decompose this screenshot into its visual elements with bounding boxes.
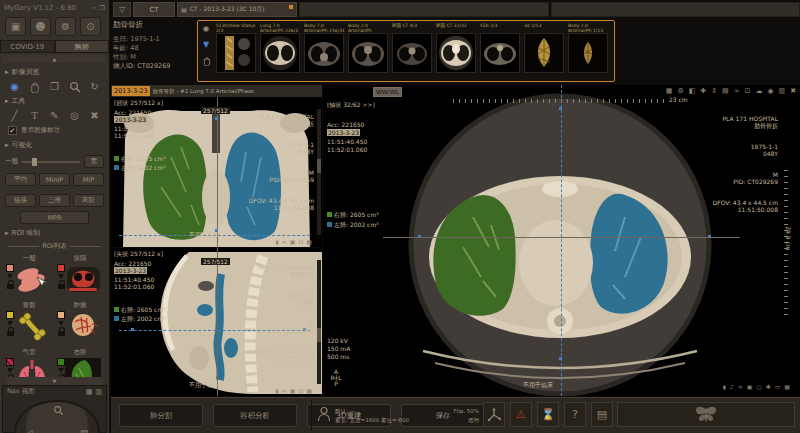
image-icon[interactable]: ▭: [775, 383, 781, 390]
grid-icon[interactable]: ▦: [306, 238, 312, 245]
section-tools[interactable]: ▸ 工具: [0, 94, 109, 108]
camera-icon[interactable]: ◉: [203, 24, 210, 33]
section-browse[interactable]: ▸ 影像浏览: [0, 65, 109, 79]
link-icon[interactable]: ∞: [282, 238, 287, 245]
pan-hand-icon[interactable]: [28, 80, 41, 93]
audio-icon[interactable]: ♪: [730, 383, 734, 390]
target-icon[interactable]: ⊡: [298, 387, 303, 394]
split-view-icon[interactable]: ◧: [689, 87, 696, 95]
circle-icon[interactable]: ○: [756, 383, 761, 390]
navigation-wheel[interactable]: ◁ ❐ ▤: [14, 400, 100, 433]
save-button[interactable]: ▣: [5, 17, 26, 36]
series-thumbnail[interactable]: S130/View Status 2/3: [216, 23, 258, 73]
warning-button[interactable]: ⚠: [510, 402, 532, 427]
circle-measure-icon[interactable]: ◎: [68, 109, 81, 122]
pen-icon[interactable]: ✎: [48, 109, 61, 122]
series-thumbnail[interactable]: Body 2.0 Arterial/Ph 218/430: [348, 23, 390, 73]
modality-tab[interactable]: CT: [133, 2, 175, 17]
preset-average-button[interactable]: 平均: [5, 173, 36, 186]
roi-color-swatch[interactable]: [57, 311, 65, 319]
volume-analysis-button[interactable]: 容积分析: [213, 404, 297, 427]
series-thumbnail[interactable]: Lung 7.0 Arterial/Ph 226/3: [260, 23, 302, 73]
window-width-slider[interactable]: [22, 161, 80, 163]
roi-item-bone[interactable]: 骨骼: [6, 301, 52, 345]
text-tool-icon[interactable]: T: [28, 109, 41, 122]
roi-item-tumor[interactable]: 肿瘤: [57, 301, 103, 345]
axial-crosshair-vertical[interactable]: [561, 85, 562, 396]
crosshair-icon[interactable]: ✚: [766, 383, 771, 390]
collapse-down-bar[interactable]: ▼: [6, 377, 103, 385]
coronal-slice-scrollbar[interactable]: [317, 109, 321, 235]
axial-viewport[interactable]: WW/WL ▦ ⚙ ◧ ✚ ⇕ ▤ ∞ ⊡ ☁ ◉ ▥ ✖ 23 cm 29.9…: [323, 85, 800, 396]
save-icon[interactable]: ▣: [747, 383, 753, 390]
coronal-viewport[interactable]: [冠状 257/512 x] Acc: 221650 2013-3-23 11:…: [111, 97, 322, 247]
contrast-icon[interactable]: ◖: [723, 383, 726, 390]
sagittal-slice-scrollbar[interactable]: [317, 260, 321, 384]
empty-tab-2[interactable]: [551, 2, 800, 17]
series-thumbnail[interactable]: S5b 2/3: [480, 23, 522, 73]
grid-icon[interactable]: ▦: [306, 387, 312, 394]
hourglass-button[interactable]: ⌛: [537, 402, 559, 427]
link-icon[interactable]: ∞: [738, 383, 743, 390]
help-button[interactable]: ?: [564, 402, 586, 427]
roi-item-general[interactable]: 一般: [6, 254, 52, 298]
table-icon[interactable]: ▥: [779, 87, 786, 95]
wheel-speaker-icon[interactable]: ◁: [26, 428, 33, 433]
delete-tool-icon[interactable]: ✖: [88, 109, 101, 122]
navigate-icon[interactable]: ◉: [8, 80, 21, 93]
contrast-icon[interactable]: ◖: [275, 238, 278, 245]
empty-tab-1[interactable]: [299, 2, 549, 17]
lock-icon[interactable]: [7, 284, 14, 289]
settings-button[interactable]: ⚙: [55, 17, 76, 36]
lock-icon[interactable]: [58, 284, 65, 289]
roi-item-mediastinum[interactable]: 纵隔: [57, 254, 103, 298]
contrast-icon[interactable]: ◖: [275, 387, 278, 394]
user-button[interactable]: ☻: [30, 17, 51, 36]
wheel-book-icon[interactable]: ▤: [80, 428, 89, 433]
series-header-bar[interactable]: 2013-3-23 肋骨骨折 - #2 Lung 7.0 Arterial/Ph…: [111, 85, 322, 97]
move-vertical-icon[interactable]: ⇕: [711, 87, 717, 95]
roi-color-swatch[interactable]: [57, 358, 65, 366]
series-thumbnail[interactable]: 3d 1/13: [524, 23, 566, 73]
screenshot-button[interactable]: ▤: [591, 402, 613, 427]
rotate-icon[interactable]: ↻: [88, 80, 101, 93]
preset-minip-button[interactable]: MinIP: [39, 173, 70, 186]
zoom-icon[interactable]: [68, 80, 81, 93]
link-icon[interactable]: ∞: [282, 387, 287, 394]
sagittal-crosshair-vertical[interactable]: [217, 248, 218, 396]
target-icon[interactable]: ⊡: [298, 238, 303, 245]
filter-button[interactable]: ▽: [113, 2, 131, 17]
save-icon[interactable]: ▣: [290, 387, 296, 394]
preset-link-button[interactable]: 链接: [5, 194, 36, 207]
roi-dropdown-icon[interactable]: [58, 321, 64, 326]
roi-color-swatch[interactable]: [6, 264, 14, 272]
mpr-button[interactable]: MPR: [20, 211, 89, 224]
wwwl-badge[interactable]: WW/WL: [373, 87, 402, 97]
filter-blue-icon[interactable]: ▼: [203, 40, 209, 49]
lock-icon[interactable]: [7, 331, 14, 336]
roi-dropdown-icon[interactable]: [7, 321, 13, 326]
roi-dropdown-icon[interactable]: [58, 274, 64, 279]
roi-color-swatch[interactable]: [6, 311, 14, 319]
power-button[interactable]: ⊙: [80, 17, 101, 36]
annotation-checkbox[interactable]: ✔: [8, 126, 17, 135]
axial-crosshair-horizontal[interactable]: [383, 237, 740, 238]
preset-gray-button[interactable]: 灰阶: [73, 194, 104, 207]
preset-3d-button[interactable]: 三维: [39, 194, 70, 207]
save-icon[interactable]: ▣: [290, 238, 296, 245]
hand-icon[interactable]: [202, 56, 211, 68]
tab-covid19[interactable]: COVID-19: [0, 40, 55, 53]
cloud-icon[interactable]: ☁: [755, 87, 762, 95]
sagittal-viewport[interactable]: [矢状 257/512 x] Acc: 221650 2013-3-23 11:…: [111, 248, 322, 396]
close-icon[interactable]: ✖: [790, 87, 796, 95]
preset-mip-button[interactable]: MIP: [73, 173, 104, 186]
roi-dropdown-icon[interactable]: [7, 368, 13, 373]
minimize-icon[interactable]: ─: [92, 4, 96, 11]
wide-button[interactable]: 宽: [84, 155, 105, 168]
print-icon[interactable]: ▤: [722, 87, 729, 95]
link-icon[interactable]: ∞: [734, 87, 740, 95]
nav-grid-icon[interactable]: ▦: [86, 388, 93, 396]
restore-icon[interactable]: ❐: [100, 4, 105, 11]
roi-dropdown-icon[interactable]: [58, 368, 64, 373]
nav-list-icon[interactable]: ▥: [95, 388, 102, 396]
